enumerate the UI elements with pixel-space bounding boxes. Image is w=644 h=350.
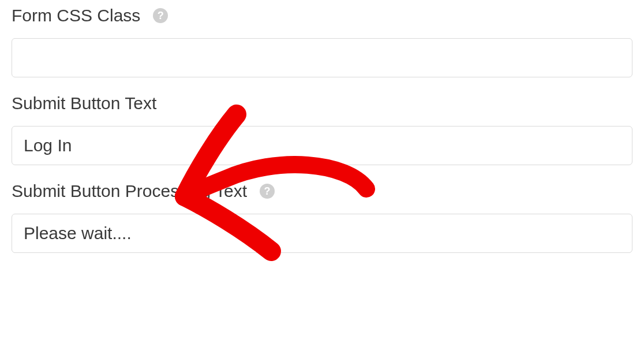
help-icon[interactable]: ?: [260, 184, 275, 199]
form-css-class-input[interactable]: [12, 38, 632, 77]
form-settings-panel: Form CSS Class ? Submit Button Text Subm…: [0, 0, 644, 253]
field-label-row: Form CSS Class ?: [12, 6, 632, 25]
form-css-class-label: Form CSS Class: [12, 6, 140, 25]
field-label-row: Submit Button Text: [12, 94, 632, 113]
field-submit-button-text: Submit Button Text: [12, 94, 632, 165]
submit-button-text-label: Submit Button Text: [12, 94, 156, 113]
field-form-css-class: Form CSS Class ?: [12, 6, 632, 77]
field-label-row: Submit Button Processing Text ?: [12, 181, 632, 201]
help-icon[interactable]: ?: [153, 8, 168, 23]
submit-button-processing-text-input[interactable]: [12, 214, 632, 253]
field-submit-button-processing-text: Submit Button Processing Text ?: [12, 181, 632, 253]
submit-button-processing-text-label: Submit Button Processing Text: [12, 181, 247, 201]
submit-button-text-input[interactable]: [12, 126, 632, 165]
